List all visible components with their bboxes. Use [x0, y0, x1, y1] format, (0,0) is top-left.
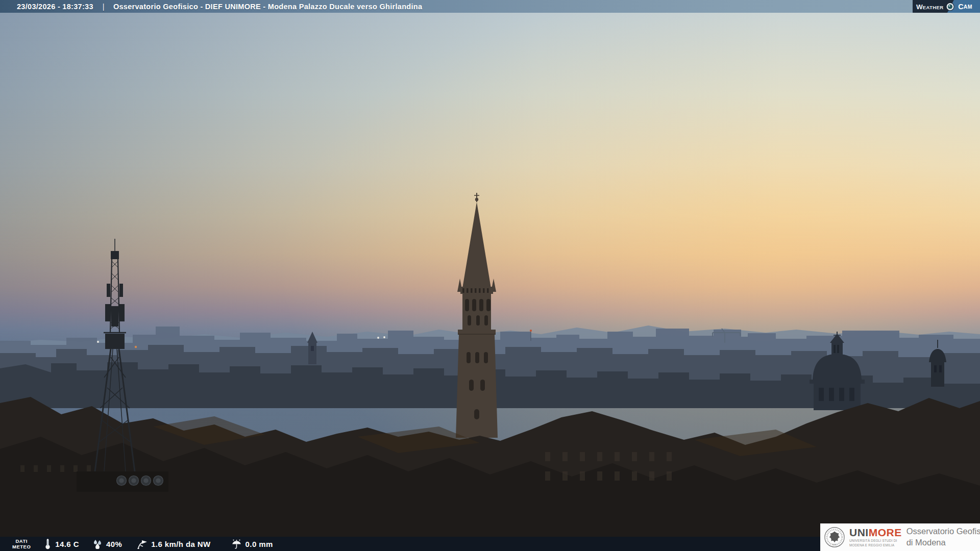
- weathercam-c: C: [958, 3, 963, 11]
- webcam-scene: [0, 0, 980, 551]
- weathercam-weather-text: WEATHER: [916, 2, 944, 11]
- unimore-subtitle-line2: MODENA E REGGIO EMILIA: [849, 543, 902, 548]
- rain-value: 0.0 mm: [246, 540, 273, 548]
- weathercam-eather: EATHER: [923, 5, 944, 10]
- unimore-logo-box: 1175 UNIMORE UNIVERSITÀ DEGLI STUDI DI M…: [820, 523, 980, 551]
- unimore-more-text: MORE: [869, 527, 902, 538]
- unimore-wordmark: UNIMORE UNIVERSITÀ DEGLI STUDI DI MODENA…: [849, 527, 902, 547]
- humidity-reading: 40%: [92, 539, 122, 549]
- temperature-value: 14.6 C: [55, 540, 79, 548]
- dati-meteo-label: DATI METEO: [12, 538, 31, 550]
- rain-reading: 0.0 mm: [231, 539, 273, 549]
- datetime-text: 23/03/2026 - 18:37:33: [17, 3, 93, 11]
- droplets-icon: [92, 539, 103, 549]
- unimore-seal-icon: 1175: [824, 527, 845, 548]
- observatory-name-line1: Osservatorio Geofisico: [906, 526, 980, 537]
- weathercam-am: AM: [964, 4, 972, 10]
- observatory-name-line2: di Modena: [906, 537, 980, 548]
- wind-vane-icon: [136, 539, 148, 549]
- umbrella-icon: [231, 539, 242, 549]
- wind-reading: 1.6 km/h da NW: [136, 539, 210, 549]
- humidity-value: 40%: [106, 540, 122, 548]
- dati-text: DATI: [12, 538, 31, 544]
- seal-year-text: 1175: [832, 544, 837, 546]
- weathercam-logo: WEATHER CAM: [913, 0, 980, 13]
- unimore-uni-text: UNI: [849, 527, 869, 538]
- webcam-frame: 23/03/2026 - 18:37:33 | Osservatorio Geo…: [0, 0, 980, 551]
- lens-icon: [946, 2, 954, 11]
- wind-value: 1.6 km/h da NW: [151, 540, 210, 548]
- unimore-subtitle: UNIVERSITÀ DEGLI STUDI DI MODENA E REGGI…: [849, 539, 902, 547]
- observatory-name: Osservatorio Geofisico di Modena: [906, 526, 980, 548]
- top-info-bar: 23/03/2026 - 18:37:33 | Osservatorio Geo…: [0, 0, 980, 13]
- separator: |: [103, 3, 105, 11]
- thermometer-icon: [44, 538, 52, 549]
- webcam-title: Osservatorio Geofisico - DIEF UNIMORE - …: [113, 3, 422, 11]
- temperature-reading: 14.6 C: [44, 538, 79, 549]
- weathercam-w: W: [916, 3, 923, 11]
- meteo-text: METEO: [12, 544, 31, 549]
- unimore-subtitle-line1: UNIVERSITÀ DEGLI STUDI DI: [849, 539, 902, 543]
